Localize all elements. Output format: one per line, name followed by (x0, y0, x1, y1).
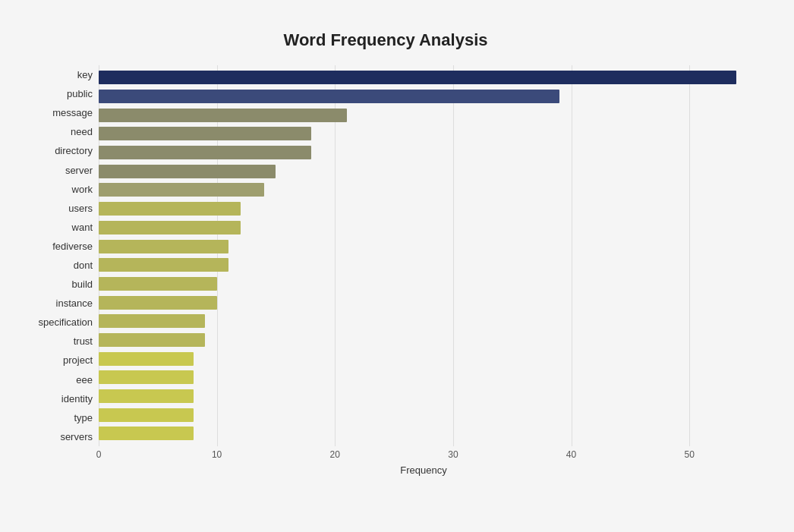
bar-eee (99, 370, 194, 384)
chart-area: keypublicmessageneeddirectoryserverworku… (23, 65, 748, 476)
bars-inner (99, 65, 748, 446)
chart-title: Word Frequency Analysis (23, 30, 748, 50)
x-tick-30: 30 (448, 449, 458, 460)
bar-row-dont (99, 257, 748, 273)
x-tick-10: 10 (212, 449, 222, 460)
bar-row-message (99, 107, 748, 124)
y-label-fediverse: fediverse (52, 241, 93, 251)
bar-type (99, 408, 194, 422)
x-tick-20: 20 (330, 449, 340, 460)
y-label-eee: eee (76, 375, 93, 385)
bar-build (99, 277, 217, 291)
y-label-servers: servers (60, 432, 93, 442)
bar-public (99, 90, 559, 103)
x-tick-0: 0 (96, 449, 102, 460)
y-label-public: public (67, 89, 93, 99)
x-tick-40: 40 (566, 449, 576, 460)
y-label-users: users (68, 203, 93, 213)
y-label-project: project (63, 355, 93, 365)
bar-row-users (99, 200, 748, 217)
y-label-need: need (71, 127, 93, 137)
bars-wrapper (99, 65, 748, 446)
y-label-type: type (74, 413, 93, 423)
y-label-instance: instance (56, 298, 93, 308)
bar-row-eee (99, 369, 748, 386)
y-label-dont: dont (74, 260, 93, 270)
bar-servers (99, 427, 194, 440)
chart-container: Word Frequency Analysis keypublicmessage… (15, 15, 779, 532)
bar-want (99, 221, 241, 235)
x-tick-50: 50 (684, 449, 694, 460)
bar-identity (99, 389, 194, 403)
bar-row-server (99, 163, 748, 180)
bar-row-public (99, 88, 748, 105)
y-label-key: key (77, 70, 93, 80)
x-axis-label: Frequency (99, 464, 748, 476)
bar-row-identity (99, 388, 748, 405)
bar-key (99, 71, 736, 84)
bar-instance (99, 296, 217, 310)
y-labels: keypublicmessageneeddirectoryserverworku… (23, 65, 99, 446)
y-label-server: server (65, 165, 93, 175)
bar-server (99, 165, 276, 178)
y-label-want: want (72, 222, 93, 232)
y-label-identity: identity (61, 394, 93, 404)
x-axis: 01020304050 Frequency (99, 446, 748, 476)
bar-row-trust (99, 332, 748, 348)
bar-fediverse (99, 240, 228, 253)
x-ticks: 01020304050 (99, 446, 748, 461)
bar-row-key (99, 69, 748, 86)
bar-directory (99, 146, 311, 159)
bar-row-servers (99, 425, 748, 442)
bar-message (99, 109, 347, 122)
y-label-build: build (72, 279, 93, 289)
bar-row-work (99, 181, 748, 198)
bar-work (99, 183, 264, 197)
y-label-work: work (72, 184, 93, 194)
y-label-message: message (52, 108, 93, 118)
bar-row-project (99, 351, 748, 367)
bar-need (99, 127, 311, 140)
bar-row-instance (99, 294, 748, 311)
bar-dont (99, 258, 228, 272)
y-label-specification: specification (38, 317, 93, 327)
bar-row-type (99, 407, 748, 423)
bar-row-build (99, 275, 748, 292)
bar-row-want (99, 219, 748, 236)
bar-trust (99, 333, 205, 347)
bar-row-directory (99, 144, 748, 161)
bar-project (99, 352, 194, 366)
y-label-trust: trust (74, 336, 93, 346)
bar-users (99, 202, 241, 216)
bar-row-fediverse (99, 238, 748, 255)
bar-row-need (99, 125, 748, 142)
y-label-directory: directory (55, 146, 93, 156)
bars-section: keypublicmessageneeddirectoryserverworku… (23, 65, 748, 446)
bar-specification (99, 314, 205, 328)
bar-row-specification (99, 313, 748, 329)
